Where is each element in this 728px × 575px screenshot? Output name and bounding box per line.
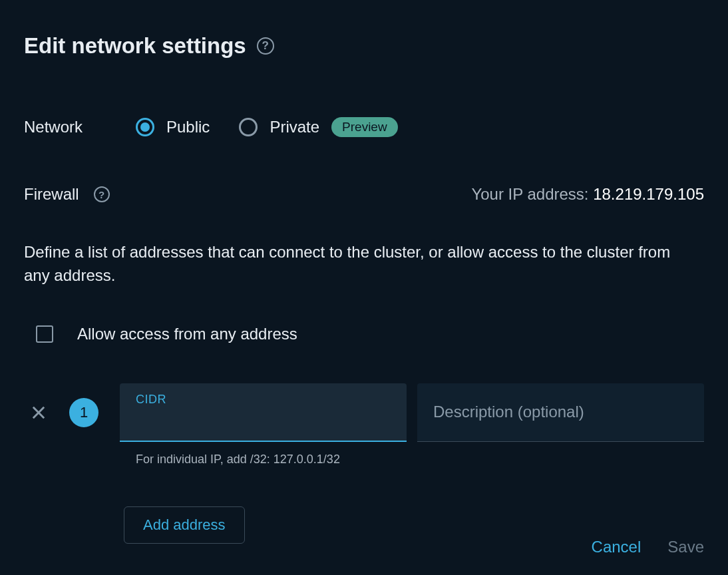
allow-any-row: Allow access from any address	[24, 325, 704, 343]
preview-badge: Preview	[331, 117, 398, 137]
description-placeholder: Description (optional)	[433, 403, 584, 421]
page-header: Edit network settings ?	[24, 33, 704, 59]
allow-any-checkbox[interactable]	[36, 325, 53, 343]
input-section: CIDR For individual IP, add /32: 127.0.0…	[120, 383, 704, 467]
radio-circle-selected-icon	[136, 118, 154, 136]
close-icon[interactable]	[29, 403, 48, 422]
radio-public-label: Public	[166, 118, 210, 136]
help-icon[interactable]: ?	[94, 186, 110, 202]
network-radio-group: Public Private Preview	[136, 117, 398, 137]
radio-public[interactable]: Public	[136, 118, 210, 136]
footer-actions: Cancel Save	[592, 538, 704, 556]
ip-value: 18.219.179.105	[593, 185, 704, 203]
cancel-button[interactable]: Cancel	[592, 538, 641, 556]
network-row: Network Public Private Preview	[24, 117, 704, 137]
description-wrapper: Description (optional)	[417, 383, 704, 467]
description-input[interactable]: Description (optional)	[417, 383, 704, 442]
cidr-label: CIDR	[136, 393, 391, 407]
save-button[interactable]: Save	[667, 538, 704, 556]
firewall-label: Firewall	[24, 185, 79, 204]
firewall-description: Define a list of addresses that can conn…	[24, 241, 696, 288]
entry-number-badge: 1	[69, 398, 98, 427]
add-address-button[interactable]: Add address	[124, 506, 245, 544]
ip-label: Your IP address:	[471, 185, 593, 203]
page-title: Edit network settings	[24, 33, 246, 59]
firewall-left: Firewall ?	[24, 185, 110, 204]
help-icon[interactable]: ?	[257, 37, 274, 55]
cidr-input[interactable]: CIDR	[120, 383, 407, 442]
network-label: Network	[24, 118, 136, 136]
address-entry-row: 1 CIDR For individual IP, add /32: 127.0…	[24, 383, 704, 467]
ip-info: Your IP address: 18.219.179.105	[471, 185, 704, 204]
radio-private[interactable]: Private	[239, 118, 319, 136]
radio-circle-icon	[239, 118, 258, 136]
allow-any-label: Allow access from any address	[77, 325, 297, 343]
firewall-row: Firewall ? Your IP address: 18.219.179.1…	[24, 185, 704, 204]
radio-private-label: Private	[270, 118, 319, 136]
cidr-wrapper: CIDR For individual IP, add /32: 127.0.0…	[120, 383, 407, 467]
cidr-helper-text: For individual IP, add /32: 127.0.0.1/32	[120, 453, 407, 467]
radio-dot-icon	[140, 122, 150, 132]
